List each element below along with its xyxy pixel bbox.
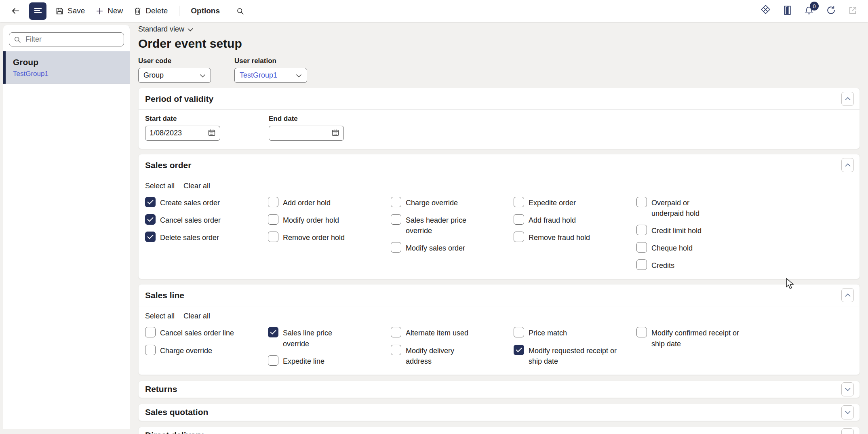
collapse-button[interactable] [841, 92, 854, 106]
clear-all-link[interactable]: Clear all [183, 312, 210, 320]
view-selector-label: Standard view [138, 25, 184, 34]
nav-menu-button[interactable] [29, 2, 46, 20]
section-title: Sales order [145, 160, 191, 170]
user-relation-label: User relation [234, 57, 307, 65]
checkbox-label: Remove fraud hold [529, 232, 590, 243]
section-title: Direct delivery [145, 430, 204, 434]
section-direct-delivery[interactable]: Direct delivery [138, 427, 860, 434]
delete-button[interactable]: Delete [129, 3, 172, 19]
checkbox-label: Add fraud hold [529, 214, 576, 225]
product-switcher-button[interactable] [761, 5, 771, 17]
user-relation-combobox[interactable]: TestGroup1 [234, 68, 307, 83]
checkbox-credits[interactable]: Credits [636, 259, 759, 271]
checkbox-box [514, 327, 524, 337]
checkbox-modify-sales-order[interactable]: Modify sales order [391, 242, 514, 253]
chevron-down-icon [188, 25, 193, 34]
section-title: Sales quotation [145, 407, 208, 417]
office-book-icon [783, 5, 792, 17]
record-list-panel: Group TestGroup1 [3, 25, 130, 429]
checkbox-price-match[interactable]: Price match [514, 327, 636, 338]
collapse-button[interactable] [841, 288, 854, 302]
checkbox-add-order-hold[interactable]: Add order hold [268, 197, 391, 208]
start-date-input[interactable] [150, 129, 208, 137]
back-button[interactable] [6, 3, 24, 19]
section-sales-quotation[interactable]: Sales quotation [138, 404, 860, 421]
checkbox-expedite-line[interactable]: Expedite line [268, 355, 391, 367]
search-icon [236, 7, 244, 15]
expand-button[interactable] [841, 428, 854, 434]
checkbox-sales-line-price-override[interactable]: Sales line price override [268, 327, 391, 349]
checkbox-charge-override-line[interactable]: Charge override [145, 345, 268, 356]
checkbox-expedite-order[interactable]: Expedite order [514, 197, 636, 208]
checkbox-add-fraud-hold[interactable]: Add fraud hold [514, 214, 636, 225]
notifications-button[interactable]: 0 [804, 5, 814, 17]
checkbox-modify-confirmed-receipt-or-ship-date[interactable]: Modify confirmed receipt or ship date [636, 327, 759, 349]
chevron-down-icon [845, 432, 851, 434]
checkbox-modify-delivery-address[interactable]: Modify delivery address [391, 345, 514, 367]
start-date-label: Start date [145, 115, 220, 123]
checkbox-box [391, 327, 401, 337]
checkbox-label: Modify confirmed receipt or ship date [651, 327, 748, 349]
checkbox-delete-sales-order[interactable]: Delete sales order [145, 232, 268, 243]
plus-icon [95, 7, 104, 15]
toolbar-search-button[interactable] [232, 4, 249, 19]
new-button[interactable]: New [91, 3, 127, 19]
select-all-link[interactable]: Select all [145, 312, 175, 320]
checkbox-sales-header-price-override[interactable]: Sales header price override [391, 214, 514, 236]
list-item-group[interactable]: Group TestGroup1 [3, 51, 130, 84]
section-returns[interactable]: Returns [138, 381, 860, 398]
section-sales-line: Sales line Select all Clear all Cancel s… [138, 284, 860, 375]
user-code-combobox[interactable]: Group [138, 68, 211, 83]
top-bar: Save New Delete Options [0, 0, 868, 22]
expand-button[interactable] [841, 382, 854, 396]
checkbox-cheque-hold[interactable]: Cheque hold [636, 242, 759, 253]
checkbox-box [636, 259, 647, 270]
list-item-title: Group [13, 57, 124, 67]
checkbox-create-sales-order[interactable]: Create sales order [145, 197, 268, 208]
checkbox-box [391, 345, 401, 355]
checkbox-remove-order-hold[interactable]: Remove order hold [268, 232, 391, 243]
hamburger-icon [34, 7, 42, 15]
user-relation-value: TestGroup1 [240, 71, 277, 80]
checkbox-box [391, 197, 401, 207]
checkbox-charge-override[interactable]: Charge override [391, 197, 514, 208]
calendar-icon[interactable] [208, 129, 216, 138]
checkbox-box [391, 242, 401, 253]
checkbox-label: Remove order hold [283, 232, 345, 243]
end-date-input[interactable] [273, 129, 331, 137]
checkbox-alternate-item-used[interactable]: Alternate item used [391, 327, 514, 338]
end-date-field [269, 126, 344, 141]
calendar-icon[interactable] [331, 129, 339, 138]
checkbox-overpaid-or-underpaid-hold[interactable]: Overpaid or underpaid hold [636, 197, 759, 219]
collapse-button[interactable] [841, 158, 854, 172]
office-apps-button[interactable] [783, 5, 792, 17]
checkbox-label: Modify requested receipt or ship date [529, 345, 625, 367]
checkbox-box [145, 232, 156, 242]
filter-input[interactable] [9, 32, 124, 46]
checkbox-credit-limit-hold[interactable]: Credit limit hold [636, 225, 759, 236]
section-sales-order: Sales order Select all Clear all Create … [138, 154, 860, 279]
save-button[interactable]: Save [51, 3, 89, 19]
end-date-label: End date [269, 115, 344, 123]
select-all-link[interactable]: Select all [145, 182, 175, 190]
back-arrow-icon [11, 6, 20, 16]
popout-button[interactable] [848, 6, 857, 16]
chevron-up-icon [845, 96, 851, 102]
main-content: Standard view Order event setup User cod… [138, 25, 860, 434]
refresh-button[interactable] [826, 5, 836, 17]
checkbox-remove-fraud-hold[interactable]: Remove fraud hold [514, 232, 636, 243]
expand-button[interactable] [841, 405, 854, 419]
checkbox-modify-order-hold[interactable]: Modify order hold [268, 214, 391, 225]
checkbox-cancel-sales-order[interactable]: Cancel sales order [145, 214, 268, 225]
clear-all-link[interactable]: Clear all [183, 182, 210, 190]
options-menu-button[interactable]: Options [187, 3, 224, 19]
checkbox-cancel-sales-order-line[interactable]: Cancel sales order line [145, 327, 268, 338]
popout-icon [848, 6, 857, 16]
checkbox-label: Overpaid or underpaid hold [651, 197, 713, 219]
notification-badge: 0 [810, 2, 819, 11]
checkbox-box [514, 345, 524, 355]
checkbox-modify-requested-receipt-or-ship-date[interactable]: Modify requested receipt or ship date [514, 345, 636, 367]
checkbox-box [145, 197, 156, 207]
save-icon [55, 7, 64, 15]
view-selector[interactable]: Standard view [138, 25, 193, 34]
